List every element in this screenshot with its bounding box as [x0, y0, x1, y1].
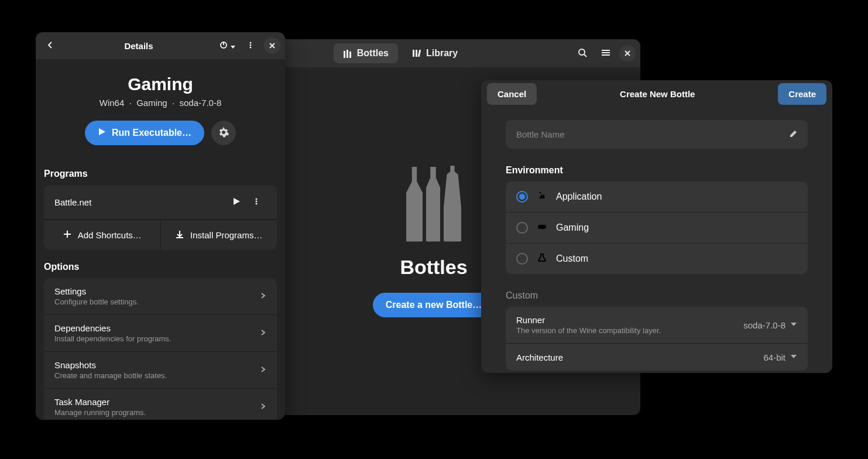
dialog-title: Create New Bottle: [620, 89, 695, 99]
search-icon: [578, 48, 587, 59]
play-icon: [98, 128, 106, 138]
svg-rect-5: [418, 50, 421, 57]
cancel-button[interactable]: Cancel: [487, 83, 537, 105]
close-icon: [624, 49, 631, 59]
custom-list: Runner The version of the Wine compatibi…: [506, 307, 808, 371]
new-bottle-dialog: Cancel Create New Bottle Create Environm…: [481, 80, 832, 373]
details-headerbar: Details: [36, 32, 285, 59]
svg-rect-0: [344, 51, 345, 58]
svg-point-24: [256, 200, 258, 202]
chevron-right-icon: [259, 328, 266, 338]
main-headerbar: Bottles Library: [227, 39, 640, 67]
chevron-down-icon: [231, 41, 235, 51]
gear-icon: [218, 127, 229, 139]
tab-bottles[interactable]: Bottles: [334, 43, 398, 63]
dots-vertical-icon: [252, 197, 260, 207]
option-row[interactable]: DependenciesInstall dependencies for pro…: [44, 315, 277, 352]
custom-header: Custom: [506, 290, 808, 301]
chevron-down-icon: [790, 320, 797, 330]
bottle-subtitle: Win64 · Gaming · soda-7.0-8: [44, 98, 277, 108]
program-row[interactable]: Battle.net: [44, 185, 277, 220]
search-button[interactable]: [572, 43, 592, 63]
details-window: Details Gaming Win64 · Gaming · soda-7.0…: [36, 32, 285, 420]
chevron-down-icon: [790, 352, 797, 362]
svg-rect-31: [538, 225, 546, 229]
flask-icon: [537, 253, 547, 265]
options-header: Options: [44, 262, 277, 272]
env-header: Environment: [506, 165, 808, 176]
close-icon: [269, 41, 276, 51]
details-more-button[interactable]: [241, 36, 260, 56]
svg-rect-3: [413, 50, 414, 57]
programs-list: Battle.net Add Shortcuts… Install Progra…: [44, 185, 277, 250]
svg-rect-9: [602, 52, 610, 53]
bottle-name-input[interactable]: [506, 120, 808, 149]
svg-rect-1: [346, 50, 348, 58]
tab-library[interactable]: Library: [403, 43, 467, 63]
run-executable-button[interactable]: Run Executable…: [85, 121, 204, 145]
create-button[interactable]: Create: [778, 83, 826, 105]
svg-rect-4: [416, 50, 417, 57]
back-button[interactable]: [40, 36, 60, 56]
svg-point-25: [256, 203, 258, 204]
svg-point-17: [250, 44, 252, 46]
empty-title: Bottles: [400, 256, 467, 279]
details-close-button[interactable]: [264, 37, 280, 54]
power-menu-button[interactable]: [217, 36, 237, 56]
svg-point-18: [250, 46, 252, 48]
svg-rect-10: [602, 54, 610, 56]
bottle-prefs-button[interactable]: [211, 121, 236, 145]
hamburger-icon: [601, 48, 610, 59]
library-icon: [412, 49, 421, 58]
install-programs-button[interactable]: Install Programs…: [161, 220, 277, 250]
runner-row[interactable]: Runner The version of the Wine compatibi…: [506, 307, 808, 344]
main-menu-button[interactable]: [596, 43, 616, 63]
option-row[interactable]: SnapshotsCreate and manage bottle states…: [44, 352, 277, 389]
details-title: Details: [124, 41, 153, 51]
details-hero: Gaming Win64 · Gaming · soda-7.0-8 Run E…: [36, 59, 285, 157]
architecture-row[interactable]: Architecture 64-bit: [506, 344, 808, 371]
svg-point-30: [540, 192, 541, 194]
chevron-right-icon: [259, 365, 266, 375]
tab-bottles-label: Bottles: [357, 48, 389, 59]
chevron-left-icon: [46, 41, 54, 51]
gamepad-icon: [537, 222, 547, 234]
main-close-button[interactable]: [619, 45, 636, 61]
dots-vertical-icon: [246, 41, 255, 51]
svg-marker-33: [791, 355, 797, 358]
bottle-name-field[interactable]: [506, 120, 808, 149]
env-gaming[interactable]: Gaming: [506, 213, 808, 244]
env-list: Application Gaming Custom: [506, 181, 808, 274]
add-shortcuts-button[interactable]: Add Shortcuts…: [44, 220, 161, 250]
svg-marker-22: [234, 198, 240, 205]
program-more-button[interactable]: [246, 192, 266, 212]
env-custom[interactable]: Custom: [506, 244, 808, 274]
svg-rect-2: [349, 52, 351, 58]
option-row[interactable]: Task ManagerManage running programs.: [44, 389, 277, 420]
svg-marker-32: [791, 323, 797, 326]
bottles-icon: [343, 49, 352, 58]
plus-icon: [63, 230, 72, 241]
option-row[interactable]: SettingsConfigure bottle settings.: [44, 278, 277, 315]
radio-on-icon: [516, 191, 528, 203]
program-play-button[interactable]: [227, 192, 246, 212]
pencil-icon: [789, 129, 798, 141]
power-icon: [219, 40, 228, 52]
svg-marker-15: [231, 46, 235, 49]
radio-off-icon: [516, 222, 528, 234]
svg-line-7: [584, 54, 586, 57]
chevron-right-icon: [259, 291, 266, 302]
svg-point-23: [256, 198, 258, 200]
options-list: SettingsConfigure bottle settings.Depend…: [44, 278, 277, 420]
application-icon: [537, 191, 547, 203]
dialog-headerbar: Cancel Create New Bottle Create: [481, 80, 832, 107]
svg-marker-21: [99, 128, 105, 135]
chevron-right-icon: [259, 402, 266, 412]
create-bottle-button[interactable]: Create a new Bottle…: [373, 293, 495, 317]
bottles-empty-icon: [406, 166, 461, 242]
bottle-name: Gaming: [44, 74, 277, 94]
tab-library-label: Library: [426, 48, 458, 59]
env-application[interactable]: Application: [506, 181, 808, 213]
play-icon: [232, 197, 241, 207]
svg-point-16: [250, 42, 252, 43]
